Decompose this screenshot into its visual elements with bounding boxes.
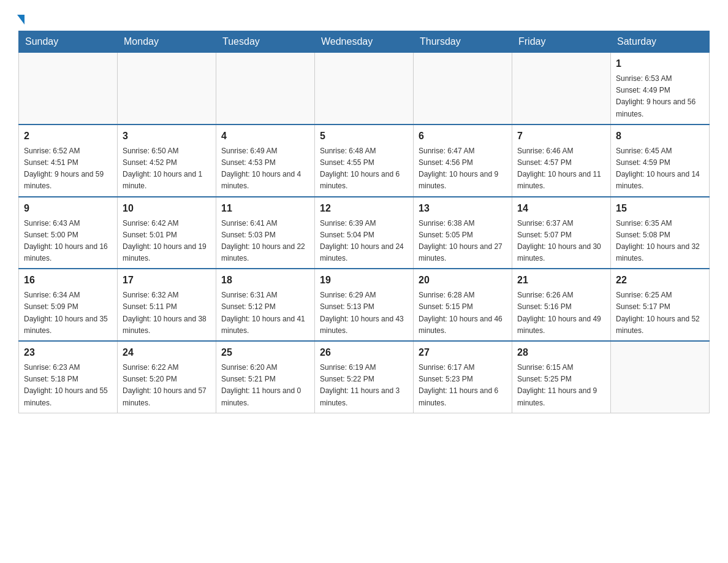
day-number: 11: [221, 201, 309, 216]
calendar-cell: [315, 53, 414, 124]
weekday-header-tuesday: Tuesday: [216, 31, 315, 53]
week-row-5: 23Sunrise: 6:23 AMSunset: 5:18 PMDayligh…: [19, 341, 710, 413]
day-number: 16: [24, 273, 112, 288]
day-info: Sunrise: 6:46 AMSunset: 4:57 PMDaylight:…: [517, 145, 605, 193]
calendar-cell: [414, 53, 512, 124]
day-info: Sunrise: 6:15 AMSunset: 5:25 PMDaylight:…: [517, 362, 605, 409]
calendar-cell: 26Sunrise: 6:19 AMSunset: 5:22 PMDayligh…: [315, 341, 414, 413]
calendar-cell: 23Sunrise: 6:23 AMSunset: 5:18 PMDayligh…: [19, 341, 118, 413]
day-number: 27: [419, 345, 507, 360]
day-info: Sunrise: 6:32 AMSunset: 5:11 PMDaylight:…: [123, 289, 211, 337]
day-info: Sunrise: 6:47 AMSunset: 4:56 PMDaylight:…: [419, 145, 507, 193]
calendar-cell: [216, 53, 315, 124]
day-number: 4: [221, 129, 309, 144]
day-info: Sunrise: 6:39 AMSunset: 5:04 PMDaylight:…: [320, 218, 408, 265]
calendar-cell: 2Sunrise: 6:52 AMSunset: 4:51 PMDaylight…: [19, 124, 118, 197]
day-number: 14: [517, 201, 605, 216]
day-info: Sunrise: 6:52 AMSunset: 4:51 PMDaylight:…: [24, 145, 112, 193]
day-number: 8: [616, 129, 704, 144]
calendar-table: SundayMondayTuesdayWednesdayThursdayFrid…: [18, 31, 710, 413]
day-number: 7: [517, 129, 605, 144]
calendar-cell: 25Sunrise: 6:20 AMSunset: 5:21 PMDayligh…: [216, 341, 315, 413]
day-info: Sunrise: 6:48 AMSunset: 4:55 PMDaylight:…: [320, 145, 408, 193]
calendar-cell: 11Sunrise: 6:41 AMSunset: 5:03 PMDayligh…: [216, 197, 315, 269]
calendar-cell: 19Sunrise: 6:29 AMSunset: 5:13 PMDayligh…: [315, 269, 414, 341]
weekday-header-friday: Friday: [512, 31, 611, 53]
day-info: Sunrise: 6:26 AMSunset: 5:16 PMDaylight:…: [517, 289, 605, 337]
calendar-cell: 18Sunrise: 6:31 AMSunset: 5:12 PMDayligh…: [216, 269, 315, 341]
calendar-cell: [611, 341, 710, 413]
calendar-cell: 16Sunrise: 6:34 AMSunset: 5:09 PMDayligh…: [19, 269, 118, 341]
calendar-cell: 6Sunrise: 6:47 AMSunset: 4:56 PMDaylight…: [414, 124, 512, 197]
weekday-header-wednesday: Wednesday: [315, 31, 414, 53]
calendar-cell: 14Sunrise: 6:37 AMSunset: 5:07 PMDayligh…: [512, 197, 611, 269]
day-number: 23: [24, 345, 112, 360]
calendar-cell: 10Sunrise: 6:42 AMSunset: 5:01 PMDayligh…: [118, 197, 216, 269]
calendar-cell: 5Sunrise: 6:48 AMSunset: 4:55 PMDaylight…: [315, 124, 414, 197]
day-info: Sunrise: 6:34 AMSunset: 5:09 PMDaylight:…: [24, 289, 112, 337]
day-number: 28: [517, 345, 605, 360]
day-number: 25: [221, 345, 309, 360]
day-number: 1: [616, 56, 704, 71]
day-info: Sunrise: 6:50 AMSunset: 4:52 PMDaylight:…: [123, 145, 211, 193]
day-info: Sunrise: 6:41 AMSunset: 5:03 PMDaylight:…: [221, 218, 309, 265]
calendar-cell: [512, 53, 611, 124]
calendar-cell: 13Sunrise: 6:38 AMSunset: 5:05 PMDayligh…: [414, 197, 512, 269]
logo: [18, 12, 25, 25]
day-info: Sunrise: 6:29 AMSunset: 5:13 PMDaylight:…: [320, 289, 408, 337]
day-number: 15: [616, 201, 704, 216]
day-number: 2: [24, 129, 112, 144]
weekday-header-thursday: Thursday: [414, 31, 512, 53]
day-info: Sunrise: 6:22 AMSunset: 5:20 PMDaylight:…: [123, 362, 211, 409]
day-info: Sunrise: 6:20 AMSunset: 5:21 PMDaylight:…: [221, 362, 309, 409]
calendar-cell: 9Sunrise: 6:43 AMSunset: 5:00 PMDaylight…: [19, 197, 118, 269]
day-number: 10: [123, 201, 211, 216]
day-number: 9: [24, 201, 112, 216]
calendar-cell: 4Sunrise: 6:49 AMSunset: 4:53 PMDaylight…: [216, 124, 315, 197]
calendar-cell: 12Sunrise: 6:39 AMSunset: 5:04 PMDayligh…: [315, 197, 414, 269]
calendar-cell: 24Sunrise: 6:22 AMSunset: 5:20 PMDayligh…: [118, 341, 216, 413]
day-number: 3: [123, 129, 211, 144]
calendar-cell: 21Sunrise: 6:26 AMSunset: 5:16 PMDayligh…: [512, 269, 611, 341]
day-number: 13: [419, 201, 507, 216]
day-info: Sunrise: 6:23 AMSunset: 5:18 PMDaylight:…: [24, 362, 112, 409]
day-number: 6: [419, 129, 507, 144]
day-info: Sunrise: 6:17 AMSunset: 5:23 PMDaylight:…: [419, 362, 507, 409]
calendar-cell: 15Sunrise: 6:35 AMSunset: 5:08 PMDayligh…: [611, 197, 710, 269]
day-number: 5: [320, 129, 408, 144]
day-info: Sunrise: 6:38 AMSunset: 5:05 PMDaylight:…: [419, 218, 507, 265]
calendar-cell: 1Sunrise: 6:53 AMSunset: 4:49 PMDaylight…: [611, 53, 710, 124]
day-number: 19: [320, 273, 408, 288]
calendar-cell: 17Sunrise: 6:32 AMSunset: 5:11 PMDayligh…: [118, 269, 216, 341]
day-info: Sunrise: 6:43 AMSunset: 5:00 PMDaylight:…: [24, 218, 112, 265]
calendar-cell: 20Sunrise: 6:28 AMSunset: 5:15 PMDayligh…: [414, 269, 512, 341]
weekday-header-row: SundayMondayTuesdayWednesdayThursdayFrid…: [19, 31, 710, 53]
logo-arrow-icon: [17, 15, 25, 25]
day-number: 24: [123, 345, 211, 360]
page-header: [18, 12, 710, 25]
weekday-header-monday: Monday: [118, 31, 216, 53]
calendar-cell: [19, 53, 118, 124]
day-number: 18: [221, 273, 309, 288]
calendar-cell: 7Sunrise: 6:46 AMSunset: 4:57 PMDaylight…: [512, 124, 611, 197]
calendar-cell: [118, 53, 216, 124]
day-info: Sunrise: 6:31 AMSunset: 5:12 PMDaylight:…: [221, 289, 309, 337]
day-info: Sunrise: 6:45 AMSunset: 4:59 PMDaylight:…: [616, 145, 704, 193]
day-info: Sunrise: 6:25 AMSunset: 5:17 PMDaylight:…: [616, 289, 704, 337]
day-number: 17: [123, 273, 211, 288]
day-info: Sunrise: 6:28 AMSunset: 5:15 PMDaylight:…: [419, 289, 507, 337]
week-row-2: 2Sunrise: 6:52 AMSunset: 4:51 PMDaylight…: [19, 124, 710, 197]
calendar-cell: 8Sunrise: 6:45 AMSunset: 4:59 PMDaylight…: [611, 124, 710, 197]
weekday-header-sunday: Sunday: [19, 31, 118, 53]
calendar-cell: 27Sunrise: 6:17 AMSunset: 5:23 PMDayligh…: [414, 341, 512, 413]
day-number: 20: [419, 273, 507, 288]
week-row-4: 16Sunrise: 6:34 AMSunset: 5:09 PMDayligh…: [19, 269, 710, 341]
day-number: 21: [517, 273, 605, 288]
day-number: 12: [320, 201, 408, 216]
day-info: Sunrise: 6:49 AMSunset: 4:53 PMDaylight:…: [221, 145, 309, 193]
calendar-cell: 28Sunrise: 6:15 AMSunset: 5:25 PMDayligh…: [512, 341, 611, 413]
calendar-cell: 22Sunrise: 6:25 AMSunset: 5:17 PMDayligh…: [611, 269, 710, 341]
calendar-cell: 3Sunrise: 6:50 AMSunset: 4:52 PMDaylight…: [118, 124, 216, 197]
week-row-1: 1Sunrise: 6:53 AMSunset: 4:49 PMDaylight…: [19, 53, 710, 124]
day-number: 22: [616, 273, 704, 288]
